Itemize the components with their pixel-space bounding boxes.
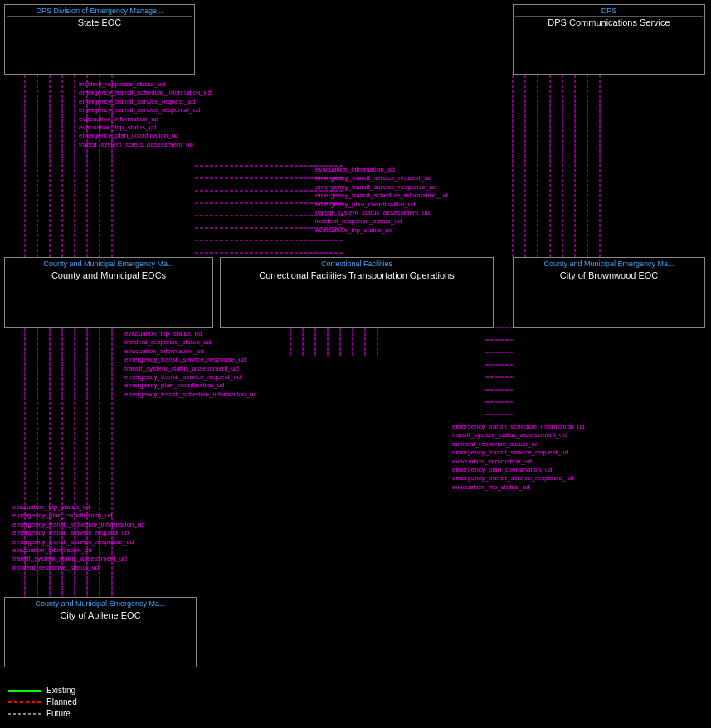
label-evac-trip-3: evacuation_trip_status_ud — [124, 330, 257, 338]
county-eocs-title: County and Municipal EOCs — [7, 270, 211, 280]
label-transit-assess-1: transit_system_status_assessment_ud — [79, 141, 212, 149]
county-eocs-header: County and Municipal Emergency Ma... — [7, 260, 211, 269]
data-labels-group3: evacuation_trip_status_ud incident_respo… — [124, 330, 257, 399]
label-incident-3: incident_response_status_ud — [124, 338, 257, 347]
diagram-container: DPS Division of Emergency Manage... Stat… — [0, 0, 711, 728]
label-transit-req-3: emergency_transit_service_request_ud — [124, 373, 257, 381]
correctional-node: Correctional Facilities Correctional Fac… — [220, 257, 494, 328]
label-incident-4: incident_response_status_ud — [452, 440, 585, 449]
label-transit-sched-2: emergency_transit_schedule_information_u… — [315, 192, 448, 200]
existing-line-icon — [8, 690, 41, 692]
label-transit-assess-4: transit_system_status_assessment_ud — [452, 431, 585, 439]
label-evac-trip-2: evacuation_trip_status_ud — [315, 226, 448, 235]
label-transit-req-5: emergency_transit_service_request_ud — [12, 529, 145, 537]
planned-line-icon — [8, 701, 41, 703]
abilene-body — [7, 620, 194, 653]
correctional-body — [222, 280, 491, 313]
label-evac-trip-4: evacuation_trip_status_ud — [452, 483, 585, 492]
label-plan-coord-5: emergency_plan_coordination_ud — [12, 512, 145, 520]
label-transit-resp-5: emergency_transit_service_response_ud — [12, 538, 145, 546]
label-transit-resp-2: emergency_transit_service_response_ud — [315, 183, 448, 192]
label-plan-coord-1: emergency_plan_coordination_ud — [79, 132, 212, 140]
correctional-header: Correctional Facilities — [222, 260, 491, 269]
label-transit-assess-5: transit_system_status_assessment_ud — [12, 555, 145, 563]
abilene-header: County and Municipal Emergency Ma... — [7, 599, 194, 609]
state-eoc-header: DPS Division of Emergency Manage... — [7, 7, 192, 17]
county-eocs-body — [7, 280, 211, 313]
correctional-title: Correctional Facilities Transportation O… — [222, 270, 491, 280]
label-transit-assess-3: transit_system_status_assessment_ud — [124, 365, 257, 373]
label-transit-sched-4: emergency_transit_schedule_information_u… — [452, 423, 585, 431]
legend-existing: Existing — [8, 686, 77, 695]
label-transit-resp-3: emergency_transit_service_response_ud — [124, 356, 257, 364]
label-incident-2: incident_response_status_ud — [315, 217, 448, 226]
label-incident-1: incident_response_status_ud — [79, 80, 212, 89]
future-label: Future — [46, 709, 71, 718]
legend-planned: Planned — [8, 697, 77, 706]
future-line-icon — [8, 713, 41, 715]
dps-comm-node: DPS DPS Communications Service — [513, 4, 705, 75]
dps-comm-body — [515, 27, 703, 61]
label-evac-trip-1: evacuation_trip_status_ud — [79, 124, 212, 132]
label-plan-coord-4: emergency_plan_coordination_ud — [452, 466, 585, 474]
data-labels-group4: emergency_transit_schedule_information_u… — [452, 423, 585, 492]
label-transit-sched-3: emergency_transit_schedule_information_u… — [124, 391, 257, 399]
dps-comm-header: DPS — [515, 7, 703, 17]
label-evac-info-1: evacuation_information_ud — [79, 115, 212, 124]
data-labels-group1: incident_response_status_ud emergency_tr… — [79, 80, 212, 149]
label-incident-5: incident_response_status_ud — [12, 564, 145, 572]
label-transit-req-4: emergency_transit_service_request_ud — [452, 449, 585, 457]
existing-label: Existing — [46, 686, 75, 695]
state-eoc-title: State EOC — [7, 17, 192, 27]
label-transit-sched-1: emergency_transit_schedule_information_u… — [79, 89, 212, 97]
abilene-node: County and Municipal Emergency Ma... Cit… — [4, 597, 197, 667]
state-eoc-node: DPS Division of Emergency Manage... Stat… — [4, 4, 195, 75]
label-evac-trip-5: evacuation_trip_status_ud — [12, 503, 145, 512]
label-transit-resp-4: emergency_transit_service_response_ud — [452, 474, 585, 483]
label-transit-req-1: emergency_transit_service_request_ud — [79, 98, 212, 106]
label-plan-coord-2: emergency_plan_coordination_ud — [315, 201, 448, 209]
dps-comm-title: DPS Communications Service — [515, 17, 703, 27]
legend-future: Future — [8, 709, 77, 718]
legend: Existing Planned Future — [8, 686, 77, 718]
label-plan-coord-3: emergency_plan_coordination_ud — [124, 381, 257, 390]
data-labels-group2: evacuation_information_ud emergency_tran… — [315, 166, 448, 235]
brownwood-title: City of Brownwood EOC — [515, 270, 703, 280]
label-evac-info-2: evacuation_information_ud — [315, 166, 448, 174]
label-transit-req-2: emergency_transit_service_request_ud — [315, 174, 448, 182]
brownwood-header: County and Municipal Emergency Ma... — [515, 260, 703, 269]
label-transit-sched-5: emergency_transit_schedule_information_u… — [12, 521, 145, 529]
label-transit-assess-2: transit_system_status_assessment_ud — [315, 209, 448, 217]
county-eocs-node: County and Municipal Emergency Ma... Cou… — [4, 257, 213, 328]
label-evac-info-4: evacuation_information_ud — [452, 458, 585, 466]
label-evac-info-3: evacuation_information_ud — [124, 347, 257, 356]
brownwood-body — [515, 280, 703, 313]
abilene-title: City of Abilene EOC — [7, 610, 194, 620]
label-transit-resp-1: emergency_transit_service_response_ud — [79, 106, 212, 114]
data-labels-group5: evacuation_trip_status_ud emergency_plan… — [12, 503, 145, 572]
brownwood-node: County and Municipal Emergency Ma... Cit… — [513, 257, 705, 328]
state-eoc-body — [7, 27, 192, 61]
label-evac-info-5: evacuation_information_ud — [12, 546, 145, 555]
planned-label: Planned — [46, 697, 77, 706]
